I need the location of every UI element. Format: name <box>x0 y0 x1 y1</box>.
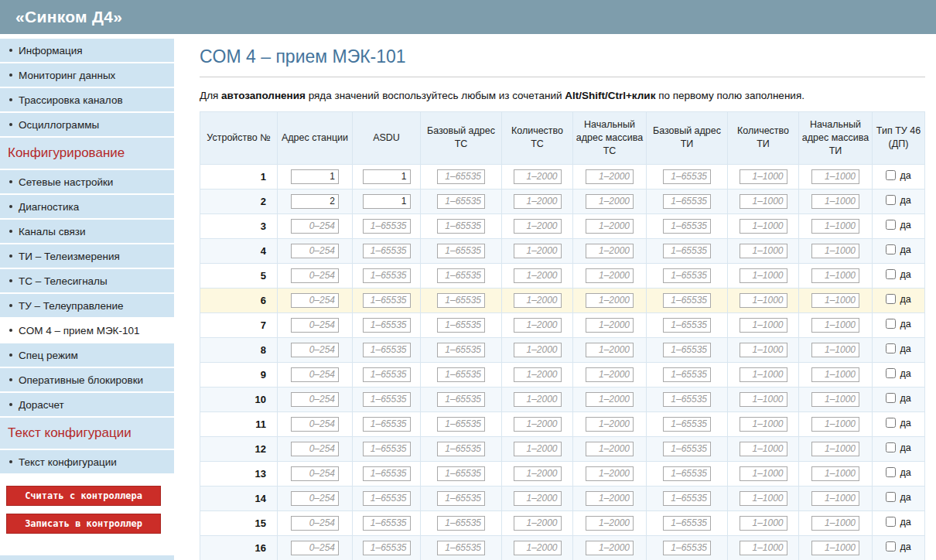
ti-count-input[interactable] <box>740 293 787 308</box>
asdu-input[interactable] <box>363 516 411 531</box>
sidebar-item-special-mode[interactable]: Спец режим <box>0 343 174 367</box>
station-address-input[interactable] <box>291 491 339 506</box>
asdu-input[interactable] <box>363 343 411 357</box>
tu-type-checkbox[interactable] <box>886 393 896 403</box>
ts-array-start-input[interactable] <box>586 318 634 333</box>
ts-array-start-input[interactable] <box>586 491 634 506</box>
tu-type-checkbox[interactable] <box>886 541 896 551</box>
ti-base-address-input[interactable] <box>663 417 711 432</box>
sidebar-item-com4-iec101[interactable]: COM 4 – прием МЭК-101 <box>0 319 174 342</box>
asdu-input[interactable] <box>363 244 411 258</box>
asdu-input[interactable] <box>363 442 411 456</box>
tu-type-checkbox[interactable] <box>886 170 896 180</box>
ts-base-address-input[interactable] <box>437 417 485 432</box>
tu-type-checkbox[interactable] <box>886 492 896 502</box>
station-address-input[interactable] <box>291 516 339 531</box>
ts-base-address-input[interactable] <box>437 491 485 506</box>
ts-base-address-input[interactable] <box>437 293 485 308</box>
asdu-input[interactable] <box>363 268 411 283</box>
ti-array-start-input[interactable] <box>811 392 859 407</box>
ts-array-start-input[interactable] <box>586 442 634 456</box>
sidebar-item-network-settings[interactable]: Сетевые настройки <box>0 170 174 193</box>
ti-array-start-input[interactable] <box>811 268 859 283</box>
ts-count-input[interactable] <box>514 541 562 555</box>
ti-array-start-input[interactable] <box>811 367 859 382</box>
station-address-input[interactable] <box>291 293 339 308</box>
asdu-input[interactable] <box>363 466 411 481</box>
station-address-input[interactable] <box>291 268 339 283</box>
station-address-input[interactable] <box>291 392 339 407</box>
sidebar-item-information[interactable]: Информация <box>0 39 174 62</box>
ts-count-input[interactable] <box>514 244 562 258</box>
ti-count-input[interactable] <box>740 219 787 234</box>
tu-type-checkbox[interactable] <box>886 343 896 353</box>
station-address-input[interactable] <box>291 219 339 234</box>
asdu-input[interactable] <box>363 367 411 382</box>
ts-base-address-input[interactable] <box>437 194 485 209</box>
ti-array-start-input[interactable] <box>811 293 859 308</box>
ti-array-start-input[interactable] <box>811 194 859 209</box>
station-address-input[interactable] <box>291 318 339 333</box>
ti-count-input[interactable] <box>740 516 787 531</box>
ti-count-input[interactable] <box>740 343 787 357</box>
ts-array-start-input[interactable] <box>586 268 634 283</box>
tu-type-checkbox[interactable] <box>886 517 896 527</box>
ti-base-address-input[interactable] <box>663 318 711 333</box>
station-address-input[interactable] <box>291 541 339 555</box>
ts-count-input[interactable] <box>514 367 562 382</box>
asdu-input[interactable] <box>363 392 411 407</box>
ts-array-start-input[interactable] <box>586 219 634 234</box>
ts-array-start-input[interactable] <box>586 417 634 432</box>
ts-array-start-input[interactable] <box>586 367 634 382</box>
ti-count-input[interactable] <box>740 318 787 333</box>
ti-array-start-input[interactable] <box>811 491 859 506</box>
ti-base-address-input[interactable] <box>663 194 711 209</box>
read-from-controller-button[interactable]: Считать с контроллера <box>6 486 161 506</box>
ts-base-address-input[interactable] <box>437 392 485 407</box>
sidebar-item-channel-trace[interactable]: Трассировка каналов <box>0 88 174 111</box>
ts-base-address-input[interactable] <box>437 541 485 555</box>
sidebar-item-diagnostics[interactable]: Диагностика <box>0 195 174 218</box>
ti-base-address-input[interactable] <box>663 219 711 234</box>
ts-base-address-input[interactable] <box>437 268 485 283</box>
tu-type-checkbox[interactable] <box>886 319 896 329</box>
ti-array-start-input[interactable] <box>811 516 859 531</box>
station-address-input[interactable] <box>291 343 339 357</box>
asdu-input[interactable] <box>363 491 411 506</box>
ts-array-start-input[interactable] <box>586 516 634 531</box>
sidebar-item-oscillograms[interactable]: Осциллограммы <box>0 113 174 136</box>
ti-base-address-input[interactable] <box>663 442 711 456</box>
ti-count-input[interactable] <box>740 491 787 506</box>
ts-base-address-input[interactable] <box>437 466 485 481</box>
ts-base-address-input[interactable] <box>437 219 485 234</box>
ts-array-start-input[interactable] <box>586 194 634 209</box>
ts-array-start-input[interactable] <box>586 293 634 308</box>
station-address-input[interactable] <box>291 169 339 184</box>
tu-type-checkbox[interactable] <box>886 294 896 304</box>
ti-count-input[interactable] <box>740 367 787 382</box>
tu-type-checkbox[interactable] <box>886 220 896 230</box>
ti-base-address-input[interactable] <box>663 268 711 283</box>
ti-array-start-input[interactable] <box>811 244 859 258</box>
write-to-controller-button[interactable]: Записать в контроллер <box>6 514 161 534</box>
ti-array-start-input[interactable] <box>811 318 859 333</box>
ti-base-address-input[interactable] <box>663 466 711 481</box>
sidebar-item-comm-channels[interactable]: Каналы связи <box>0 220 174 243</box>
tu-type-checkbox[interactable] <box>886 244 896 254</box>
ts-base-address-input[interactable] <box>437 442 485 456</box>
ts-count-input[interactable] <box>514 293 562 308</box>
ti-count-input[interactable] <box>740 392 787 407</box>
ts-count-input[interactable] <box>514 491 562 506</box>
ts-base-address-input[interactable] <box>437 516 485 531</box>
ti-base-address-input[interactable] <box>663 169 711 184</box>
station-address-input[interactable] <box>291 244 339 258</box>
ts-count-input[interactable] <box>514 268 562 283</box>
tu-type-checkbox[interactable] <box>886 467 896 477</box>
sidebar-item-operational-locks[interactable]: Оперативные блокировки <box>0 368 174 391</box>
ts-array-start-input[interactable] <box>586 466 634 481</box>
sidebar-item-monitoring[interactable]: Мониторинг данных <box>0 63 174 87</box>
ts-count-input[interactable] <box>514 318 562 333</box>
ti-array-start-input[interactable] <box>811 466 859 481</box>
sidebar-item-config-text[interactable]: Текст конфигурации <box>0 450 174 473</box>
asdu-input[interactable] <box>363 541 411 555</box>
